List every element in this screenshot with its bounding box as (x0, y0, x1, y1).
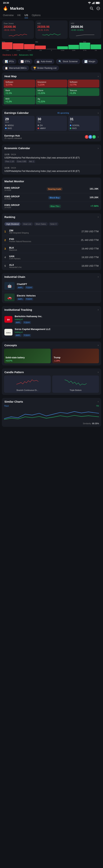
rank-item-0[interactable]: 1 ZIM ZIM Integrated Shipping 27,550 USD… (2, 227, 101, 236)
ec-stocks-2: GOOGL NVO (70, 124, 98, 129)
rank-item-3[interactable]: 4 UAN CVR Partners 19,320 USD TTM (2, 253, 101, 262)
industrial-chain-header[interactable]: Industrial Chain › (2, 273, 101, 280)
sc-arrow: › (98, 400, 99, 403)
hm-cell-1[interactable]: Insurance -1.21% (36, 80, 67, 88)
rank-item-4[interactable]: 5 ALX Alexander's Inc 18,000 USD TTM (2, 262, 101, 270)
tab-options[interactable]: Options (32, 12, 41, 18)
hm-cell-5[interactable]: Telecom +1.2% (68, 88, 99, 96)
rank-item-2[interactable]: 3 BLK Blackrock 19,440 USD TTM (2, 245, 101, 253)
earnings-section: Earnings Calendar 65 upcoming › 29 Wed M… (2, 109, 101, 142)
rank-item-1[interactable]: 2 PXD Pioneer Natural Resources 25, 440 … (2, 236, 101, 245)
earnings-day-0[interactable]: 29 Wed MOGU NVO (4, 116, 35, 131)
ic-arrow: › (98, 275, 99, 278)
ec-hub-right: T A G › (84, 135, 99, 139)
concepts-header[interactable]: Concepts › (2, 341, 101, 349)
earnings-upcoming: 65 upcoming (57, 112, 69, 114)
concepts-grid: Solid-state battery +6.67% Trump -1.29% (2, 349, 101, 366)
hsi-chart-2 (71, 32, 99, 37)
qa-broker[interactable]: 🏆 Broker Ranking List (31, 65, 59, 71)
industrial-chain-title: Industrial Chain (4, 275, 25, 278)
institutional-tracking-title: Institutional Tracking (4, 308, 32, 311)
econ-item-0[interactable]: 13:35 04/24 USDPhiladelphia Fed Manufact… (2, 152, 101, 165)
ranking-header[interactable]: Ranking › (2, 213, 101, 220)
rank-tab-0[interactable]: High Dividend (4, 222, 21, 226)
ec-dot (5, 125, 7, 126)
cp-card-1[interactable]: Triple Bottom (52, 375, 99, 393)
cp-card-0[interactable]: Bearish Continuous Di... (4, 375, 51, 393)
qa-autoinvest[interactable]: 🤖 Auto-Invest (34, 59, 54, 64)
institutional-tracking-header[interactable]: Institutional Tracking › (2, 306, 101, 313)
svg-text:SOROS: SOROS (6, 332, 11, 334)
earnings-days: 29 Wed MOGU NVO 30 Thu ZH (2, 116, 101, 133)
qa-ipos-label: IPOs (9, 60, 14, 63)
hm-cell-7[interactable]: Ag +1.21% (36, 96, 67, 104)
rank-info: PXD Pioneer Natural Resources (9, 238, 79, 243)
rank-tab-3[interactable]: 5min V (49, 222, 58, 226)
it-item-1[interactable]: SOROS Soros Capital Management LLC holdi… (2, 326, 101, 339)
broker-icon: 🏆 (33, 67, 36, 69)
qa-autoinvest-label: Auto-Invest (41, 60, 52, 63)
rank-num: 2 (4, 239, 7, 242)
qa-screener[interactable]: 🔍 Stock Screener (56, 59, 80, 64)
earnings-day-2[interactable]: 31 Fri GOOGL NVO (68, 116, 99, 131)
rank-tab-1[interactable]: Heat List (21, 222, 33, 226)
ec-stocks-1: ZH HMNY (37, 124, 66, 129)
econ-time-row: 13:35 04/24 (4, 153, 99, 156)
ic-info-1: Electric Vehicles AAPL TCEHY (17, 294, 99, 301)
bar-pos1 (57, 46, 68, 49)
rank-info: ALX Alexander's Inc (9, 264, 80, 268)
mm-item-2[interactable]: KWG GROUP 14:4100 Rise 7%+ +7.58% (2, 202, 101, 210)
economic-header[interactable]: Economic Calendar › (2, 145, 101, 152)
svg-point-13 (98, 8, 98, 9)
hm-cell-6[interactable]: NVO +1.2% (4, 96, 35, 104)
hm-cell-0[interactable]: Software -2.77% (4, 80, 35, 88)
heatmap-header[interactable]: Heat Map › (2, 72, 101, 80)
tab-overview[interactable]: Overview (3, 12, 14, 18)
dow-jones-card[interactable]: Dow Jones 28308.96 -33.31 -0.1% (2, 21, 34, 39)
qa-etfs-label: ETFs (25, 60, 30, 63)
tab-hk[interactable]: HK (17, 12, 21, 18)
menu-icon[interactable] (96, 7, 100, 10)
mm-right-green: +7.58% (91, 205, 99, 207)
advancers: Advancers: 692 (19, 54, 33, 56)
hm-cell-3[interactable]: Bank +1.1% (4, 88, 35, 96)
hsi-card-2[interactable]: HSI 28308.96 +0.00 +0.00% (69, 21, 101, 39)
ec-stock: MOGU (5, 124, 33, 126)
it-item-0[interactable]: BH Berkshire Hathaway Inc. holding of AA… (2, 313, 101, 326)
hm-cell-2[interactable]: Software -3.77% (68, 80, 99, 88)
concept-bg-0: Solid-state battery +6.67% (4, 349, 51, 363)
qa-margin[interactable]: 📉 Margin (82, 59, 98, 64)
cp-chart-1 (54, 377, 98, 388)
heatmap-title: Heat Map (4, 75, 17, 78)
econ-item-1[interactable]: 13:35 04/24 USDPhiladelphia Fed Manufact… (2, 165, 101, 175)
concept-card-0[interactable]: Solid-state battery +6.67% (4, 349, 51, 363)
tab-us[interactable]: US (25, 12, 28, 18)
candle-pattern-header[interactable]: Candle Pattern › (2, 368, 101, 375)
qa-etfs[interactable]: 📈 ETFs (18, 59, 33, 64)
qa-ipos[interactable]: 📊 IPOs (2, 59, 17, 64)
similar-charts-header[interactable]: Similar Charts › (2, 398, 101, 405)
ec-stock: NVO (70, 127, 98, 129)
heatmap-section: Heat Map › Software -2.77% Insurance -1.… (2, 72, 101, 106)
qa-warrants[interactable]: 📋 Warrants&CBBCs (2, 65, 29, 71)
qa-warrants-label: Warrants&CBBCs (9, 67, 27, 69)
mm-item-1[interactable]: KWG GROUP 14:4100 Block Buy 105.26K (2, 193, 101, 202)
ic-item-1[interactable]: 🚗 Electric Vehicles AAPL TCEHY (2, 292, 101, 303)
ranking-section: Ranking › High Dividend Heat List Short … (2, 213, 101, 270)
hm-cell-4[interactable]: Inform +1.21% (36, 88, 67, 96)
app-logo: 🔥 (3, 6, 8, 11)
earnings-header[interactable]: Earnings Calendar 65 upcoming › (2, 109, 101, 116)
concept-info-0: Solid-state battery +6.67% (5, 356, 25, 362)
rank-tab-2[interactable]: Short Sales (34, 222, 48, 226)
earnings-day-1[interactable]: 30 Thu ZH HMNY (36, 116, 67, 131)
earnings-hub[interactable]: Earnings Hub 25 reports released T A G › (2, 133, 101, 142)
hsi-card-1[interactable]: HSI 28308.96 -33.31 -0.1% (35, 21, 68, 39)
rank-num: 4 (4, 256, 7, 259)
ic-item-0[interactable]: 🤖 ChatGPT AAPL TCEHY (2, 280, 101, 292)
svg-rect-3 (93, 2, 94, 4)
market-monitor-header[interactable]: Market Monitor (2, 178, 101, 185)
svg-rect-7 (100, 3, 100, 3)
search-icon[interactable] (90, 7, 94, 10)
concept-card-1[interactable]: Trump -1.29% (52, 349, 99, 363)
mm-item-0[interactable]: KWG GROUP 14:4100 Soaring trade 181.39K (2, 185, 101, 193)
